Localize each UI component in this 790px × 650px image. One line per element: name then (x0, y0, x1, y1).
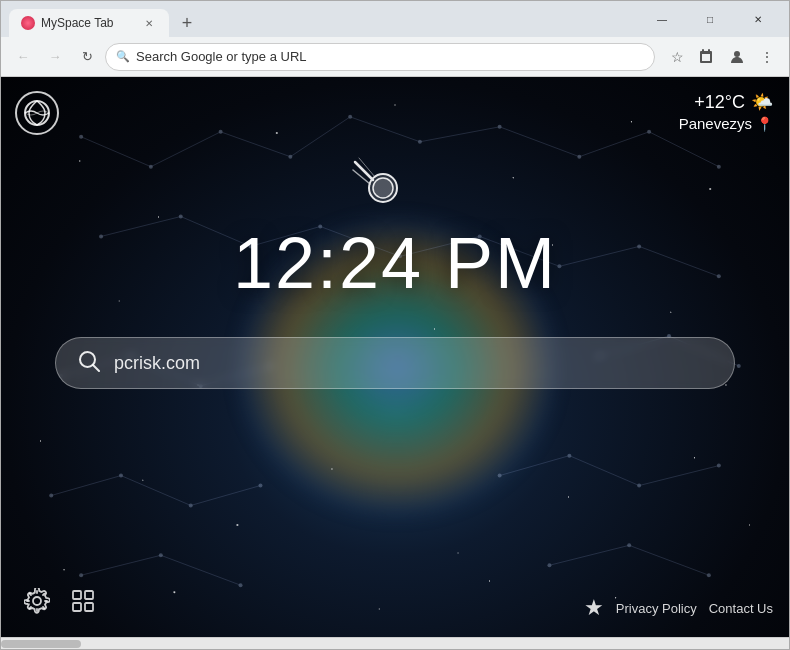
weather-temperature: +12°C 🌤️ (679, 91, 773, 113)
bottom-right-links: ★ Privacy Policy Contact Us (584, 595, 773, 621)
address-text: Search Google or type a URL (136, 49, 644, 64)
svg-point-36 (288, 155, 292, 159)
svg-rect-83 (85, 591, 93, 599)
tab-close-button[interactable]: ✕ (141, 15, 157, 31)
svg-line-27 (569, 456, 639, 486)
svg-point-72 (707, 573, 711, 577)
back-button[interactable]: ← (9, 43, 37, 71)
extensions-button[interactable] (693, 43, 721, 71)
svg-line-2 (151, 132, 221, 167)
svg-line-29 (81, 555, 161, 575)
weather-icon: 🌤️ (751, 91, 773, 113)
logo-area[interactable] (15, 91, 59, 135)
svg-line-25 (191, 486, 261, 506)
svg-point-34 (149, 165, 153, 169)
svg-point-43 (99, 234, 103, 238)
svg-point-59 (49, 494, 53, 498)
weather-city: Panevezys 📍 (679, 115, 773, 132)
svg-point-70 (547, 563, 551, 567)
browser-frame: MySpace Tab ✕ + — □ ✕ ← → ↻ 🔍 Search Goo… (0, 0, 790, 650)
profile-button[interactable] (723, 43, 751, 71)
active-tab[interactable]: MySpace Tab ✕ (9, 9, 169, 37)
address-bar[interactable]: 🔍 Search Google or type a URL (105, 43, 655, 71)
svg-rect-84 (73, 603, 81, 611)
svg-line-4 (290, 117, 350, 157)
svg-line-7 (500, 127, 580, 157)
scrollbar-thumb[interactable] (1, 640, 81, 648)
svg-point-33 (79, 135, 83, 139)
scrollbar-area (1, 637, 789, 649)
maximize-button[interactable]: □ (687, 1, 733, 37)
toolbar-icons: ☆ ⋮ (663, 43, 781, 71)
svg-line-31 (549, 545, 629, 565)
svg-point-49 (557, 264, 561, 268)
svg-line-77 (353, 170, 370, 184)
forward-button[interactable]: → (41, 43, 69, 71)
svg-point-75 (373, 178, 393, 198)
page-content: +12°C 🌤️ Panevezys 📍 12:24 PM (1, 77, 789, 637)
search-bar[interactable] (55, 337, 735, 389)
svg-point-39 (498, 125, 502, 129)
svg-point-64 (567, 454, 571, 458)
search-icon (78, 350, 100, 377)
svg-point-50 (637, 244, 641, 248)
svg-point-63 (498, 474, 502, 478)
svg-point-51 (717, 274, 721, 278)
svg-line-32 (629, 545, 709, 575)
title-bar: MySpace Tab ✕ + — □ ✕ (1, 1, 789, 37)
svg-point-35 (219, 130, 223, 134)
meteor-icon (345, 152, 405, 229)
contact-us-link[interactable]: Contact Us (709, 601, 773, 616)
svg-line-30 (161, 555, 241, 585)
minimize-button[interactable]: — (639, 1, 685, 37)
svg-line-80 (93, 365, 99, 371)
svg-line-17 (639, 246, 719, 276)
svg-line-9 (649, 132, 719, 167)
svg-point-0 (734, 51, 740, 57)
window-controls: — □ ✕ (639, 1, 781, 37)
svg-point-41 (647, 130, 651, 134)
svg-line-28 (639, 466, 719, 486)
svg-point-42 (717, 165, 721, 169)
svg-point-81 (33, 597, 41, 605)
menu-button[interactable]: ⋮ (753, 43, 781, 71)
close-button[interactable]: ✕ (735, 1, 781, 37)
settings-icon[interactable] (19, 583, 55, 619)
svg-line-8 (579, 132, 649, 157)
svg-line-16 (559, 246, 639, 266)
bookmark-star-button[interactable]: ☆ (663, 43, 691, 71)
svg-point-69 (239, 583, 243, 587)
svg-point-37 (348, 115, 352, 119)
svg-point-60 (119, 474, 123, 478)
logo-icon (15, 91, 59, 135)
svg-point-65 (637, 484, 641, 488)
weather-area: +12°C 🌤️ Panevezys 📍 (679, 91, 773, 132)
svg-line-5 (350, 117, 420, 142)
svg-line-10 (101, 217, 181, 237)
search-input[interactable] (114, 353, 712, 374)
clock-display: 12:24 PM (233, 222, 557, 304)
svg-point-62 (258, 484, 262, 488)
tab-bar: MySpace Tab ✕ + (9, 1, 639, 37)
favorite-star-icon: ★ (584, 595, 604, 621)
svg-point-40 (577, 155, 581, 159)
tab-label: MySpace Tab (41, 16, 135, 30)
svg-line-26 (500, 456, 570, 476)
svg-point-68 (159, 553, 163, 557)
svg-point-58 (737, 364, 741, 368)
reload-button[interactable]: ↻ (73, 43, 101, 71)
tab-favicon (21, 16, 35, 30)
svg-point-71 (627, 543, 631, 547)
location-pin-icon: 📍 (756, 116, 773, 132)
expand-icon[interactable] (65, 583, 101, 619)
address-bar-row: ← → ↻ 🔍 Search Google or type a URL ☆ ⋮ (1, 37, 789, 77)
search-prefix-icon: 🔍 (116, 50, 130, 63)
bottom-left-icons (19, 583, 101, 619)
svg-point-67 (79, 573, 83, 577)
privacy-policy-link[interactable]: Privacy Policy (616, 601, 697, 616)
new-tab-button[interactable]: + (173, 9, 201, 37)
svg-point-38 (418, 140, 422, 144)
svg-line-24 (121, 476, 191, 506)
svg-point-44 (179, 215, 183, 219)
svg-point-66 (717, 464, 721, 468)
